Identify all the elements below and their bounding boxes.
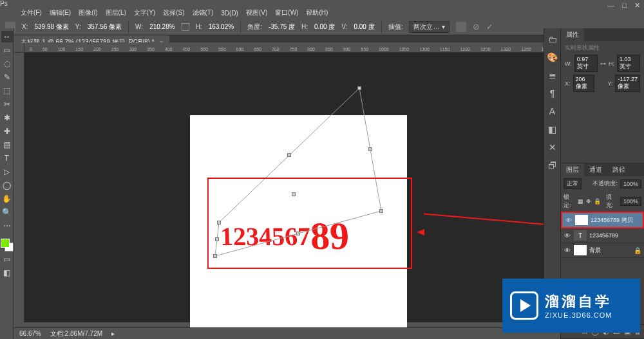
lasso-tool[interactable]: ◌ — [1, 58, 13, 69]
maximize-button[interactable]: □ — [622, 1, 627, 10]
skew-h-value[interactable]: 0.00 度 — [314, 23, 335, 32]
blend-mode-select[interactable]: 正常 — [564, 178, 582, 189]
color-swatch[interactable] — [1, 239, 14, 252]
close-button[interactable]: ✕ — [634, 1, 640, 10]
paths-tab[interactable]: 路径 — [607, 163, 630, 176]
layer-name[interactable]: 123456789 拷贝 — [591, 216, 633, 224]
transform-handle[interactable] — [213, 254, 217, 258]
marquee-tool[interactable]: ▭ — [1, 44, 13, 56]
menu-view[interactable]: 视图(V) — [246, 8, 267, 17]
canvas-area: 050100 150200250 300350400 450500550 600… — [14, 42, 544, 322]
props-w-label: W: — [565, 60, 572, 67]
cancel-transform-button[interactable]: ⊘ — [473, 22, 480, 32]
menu-bar: 文件(F) 编辑(E) 图像(I) 图层(L) 文字(Y) 选择(S) 滤镜(T… — [0, 7, 644, 19]
transform-handle[interactable] — [292, 192, 296, 196]
x-value[interactable]: 539.98 像素 — [34, 23, 68, 32]
hand-tool[interactable]: ✋ — [1, 193, 13, 205]
transform-handle[interactable] — [357, 86, 361, 90]
menu-edit[interactable]: 编辑(E) — [50, 8, 71, 17]
libraries-icon[interactable]: 🗗 — [547, 160, 558, 171]
menu-image[interactable]: 图像(I) — [79, 8, 97, 17]
transform-handle[interactable] — [217, 221, 221, 224]
transform-handle[interactable] — [215, 237, 219, 241]
h-value[interactable]: 163.02% — [209, 23, 234, 30]
menu-help[interactable]: 帮助(H) — [306, 8, 328, 17]
link-icon[interactable] — [182, 23, 189, 31]
styles-icon[interactable]: ◧ — [547, 124, 558, 135]
fill-value[interactable]: 100% — [620, 197, 641, 206]
transform-handle[interactable] — [368, 147, 372, 151]
swatches-icon[interactable]: ≣ — [547, 69, 558, 81]
menu-file[interactable]: 文件(F) — [21, 8, 42, 17]
link-icon[interactable]: ⊶ — [600, 60, 606, 67]
ruler-vertical[interactable] — [14, 53, 24, 322]
actions-icon[interactable]: ✕ — [547, 142, 558, 153]
zoom-level[interactable]: 66.67% — [19, 330, 41, 337]
w-value[interactable]: 210.28% — [149, 23, 175, 30]
shape-tool[interactable]: ◯ — [1, 179, 13, 191]
layer-name[interactable]: 123456789 — [589, 232, 618, 239]
zoom-tool[interactable]: 🔍 — [1, 206, 13, 218]
transform-handle[interactable] — [296, 232, 300, 235]
tool-box: ↔ ▭ ◌ ✎ ⬚ ✂ ✱ ✚ ▤ T ▷ ◯ ✋ 🔍 ⋯ ▭ ◧ — [0, 28, 14, 339]
layers-tab[interactable]: 图层 — [561, 163, 584, 176]
properties-tab[interactable]: 属性 — [561, 28, 584, 41]
heal-tool[interactable]: ✱ — [1, 112, 13, 124]
color-icon[interactable]: 🎨 — [547, 51, 558, 63]
history-icon[interactable]: 🗀 — [547, 33, 558, 45]
angle-value[interactable]: -35.75 度 — [269, 23, 295, 32]
channels-tab[interactable]: 通道 — [584, 163, 607, 176]
clone-tool[interactable]: ▤ — [1, 139, 13, 151]
visibility-icon[interactable]: 👁 — [564, 232, 571, 239]
menu-type[interactable]: 文字(Y) — [134, 8, 155, 17]
lock-position-icon[interactable]: ✥ — [586, 198, 591, 205]
status-arrow-icon[interactable]: ▸ — [111, 330, 115, 337]
app-logo: Ps — [0, 0, 644, 7]
layer-row[interactable]: 👁 背景 🔒 — [561, 243, 644, 258]
minimize-button[interactable]: — — [607, 1, 614, 10]
doc-size[interactable]: 文档:2.86M/7.72M — [50, 329, 102, 338]
layer-name[interactable]: 背景 — [589, 246, 601, 255]
brush-tool[interactable]: ✚ — [1, 125, 13, 137]
wand-tool[interactable]: ✎ — [1, 71, 13, 83]
interp-select[interactable]: 两次立…▾ — [409, 21, 450, 33]
opacity-value[interactable]: 100% — [620, 179, 641, 188]
layer-thumbnail[interactable] — [574, 245, 587, 255]
move-tool[interactable]: ↔ — [1, 31, 13, 42]
layer-row[interactable]: 👁 123456789 拷贝 — [561, 212, 644, 228]
visibility-icon[interactable]: 👁 — [564, 247, 571, 254]
menu-filter[interactable]: 滤镜(T) — [193, 8, 214, 17]
character-icon[interactable]: A — [547, 105, 558, 117]
menu-window[interactable]: 窗口(W) — [275, 8, 298, 17]
ruler-origin[interactable] — [14, 42, 24, 53]
props-w-value[interactable]: 0.97 英寸 — [574, 55, 598, 72]
skew-v-value[interactable]: 0.00 度 — [354, 23, 374, 32]
props-y-value[interactable]: -117.27 像素 — [615, 75, 640, 92]
menu-layer[interactable]: 图层(L) — [106, 8, 126, 17]
layer-row[interactable]: 👁 T 123456789 — [561, 228, 644, 243]
visibility-icon[interactable]: 👁 — [565, 217, 573, 224]
layer-thumbnail[interactable] — [575, 215, 588, 225]
commit-transform-button[interactable]: ✓ — [486, 22, 493, 32]
path-tool[interactable]: ▷ — [1, 166, 13, 178]
foreground-color[interactable] — [1, 239, 10, 248]
lock-all-icon[interactable]: 🔒 — [594, 198, 601, 205]
ruler-horizontal[interactable]: 050100 150200250 300350400 450500550 600… — [24, 42, 544, 53]
menu-3d[interactable]: 3D(D) — [221, 10, 238, 17]
layer-thumbnail[interactable]: T — [574, 230, 587, 241]
transform-handle[interactable] — [287, 153, 291, 157]
props-x-value[interactable]: 206 像素 — [573, 75, 595, 92]
transform-handle[interactable] — [379, 209, 383, 213]
screenmode-tool[interactable]: ◧ — [1, 267, 13, 279]
eyedropper-tool[interactable]: ✂ — [1, 98, 13, 110]
paragraph-icon[interactable]: ¶ — [547, 87, 558, 99]
quickmask-tool[interactable]: ▭ — [1, 253, 13, 265]
warp-icon[interactable] — [456, 22, 466, 32]
props-h-value[interactable]: 1.03 英寸 — [617, 55, 640, 72]
crop-tool[interactable]: ⬚ — [1, 85, 13, 96]
menu-select[interactable]: 选择(S) — [163, 8, 184, 17]
type-tool[interactable]: T — [1, 152, 13, 164]
lock-pixels-icon[interactable]: ▦ — [578, 198, 583, 205]
more-tool[interactable]: ⋯ — [1, 220, 13, 232]
y-value[interactable]: 357.56 像素 — [88, 23, 122, 32]
